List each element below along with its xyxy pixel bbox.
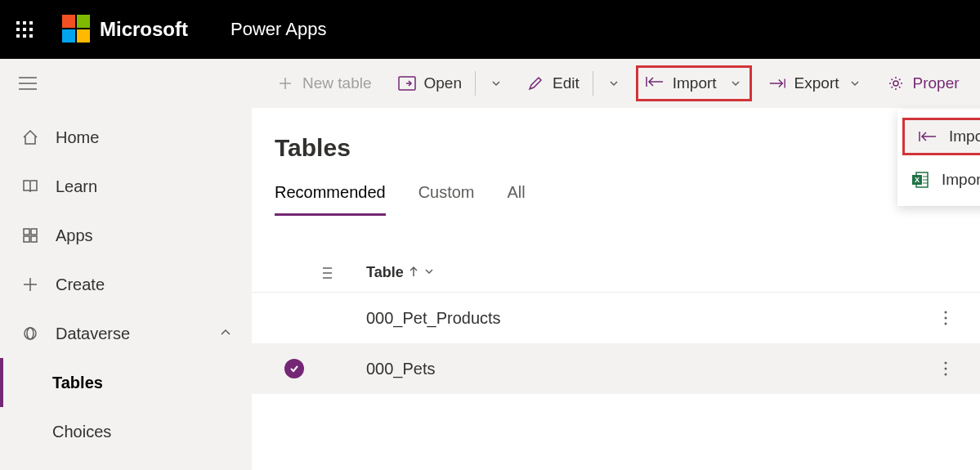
more-icon[interactable]: [936, 359, 955, 378]
table-row[interactable]: 000_Pets: [252, 343, 980, 394]
svg-rect-7: [23, 34, 26, 38]
command-bar: New table Open Edit Import: [252, 59, 980, 108]
separator: [475, 71, 476, 96]
apps-icon: [20, 225, 41, 246]
sidebar-item-label: Create: [56, 275, 105, 294]
table-row[interactable]: 000_Pet_Products: [252, 293, 980, 343]
chevron-down-icon: [728, 76, 743, 91]
import-icon: [645, 74, 665, 92]
tab-label: Custom: [418, 183, 475, 201]
brand-text: Microsoft: [100, 18, 188, 41]
svg-point-25: [893, 81, 898, 86]
menuitem-label: Import data: [949, 128, 980, 145]
sort-asc-icon: [409, 264, 418, 281]
sidebar-item-learn[interactable]: Learn: [0, 162, 252, 211]
excel-icon: X: [911, 170, 930, 190]
sidebar-subitem-label: Choices: [52, 423, 111, 441]
plus-icon: [20, 274, 41, 295]
svg-point-41: [945, 362, 947, 365]
chevron-up-icon: [219, 325, 232, 343]
hamburger-icon[interactable]: [5, 65, 51, 101]
chevron-down-icon: [423, 264, 435, 281]
import-data-menuitem[interactable]: Import data: [902, 118, 980, 155]
import-button-highlighted[interactable]: Import: [636, 65, 752, 101]
sidebar-subitem-label: Tables: [52, 374, 103, 392]
button-label: Proper: [913, 74, 960, 92]
svg-rect-8: [29, 34, 33, 38]
dataverse-icon: [20, 323, 41, 344]
row-selected-icon[interactable]: [284, 359, 304, 378]
sidebar-item-label: Learn: [56, 177, 97, 196]
sidebar-item-dataverse[interactable]: Dataverse: [0, 309, 252, 358]
tab-custom[interactable]: Custom: [418, 183, 475, 216]
sidebar-item-home[interactable]: Home: [0, 113, 252, 162]
learn-icon: [20, 176, 41, 197]
new-table-button[interactable]: New table: [268, 67, 380, 100]
open-chevron[interactable]: [481, 67, 512, 100]
tab-label: Recommended: [275, 183, 386, 201]
more-icon[interactable]: [936, 308, 955, 328]
page-title: Tables: [275, 134, 980, 162]
button-label: New table: [302, 74, 372, 92]
svg-rect-10: [77, 15, 90, 28]
cell-table-name: 000_Pet_Products: [366, 309, 501, 328]
cell-table-name: 000_Pets: [366, 360, 436, 378]
home-icon: [20, 127, 41, 148]
button-label: Import: [673, 74, 717, 92]
export-button[interactable]: Export: [760, 67, 870, 100]
chevron-down-icon: [606, 76, 621, 91]
app-header: Microsoft Power Apps: [0, 0, 980, 59]
content-card: Tables Recommended Custom All Table 000_…: [252, 108, 980, 470]
column-header-row: Table: [252, 253, 980, 293]
tab-label: All: [508, 183, 526, 201]
svg-point-40: [945, 323, 947, 325]
import-dropdown: Import data X Import data from Excel: [897, 110, 980, 206]
open-button[interactable]: Open: [390, 67, 470, 100]
sidebar-subitem-choices[interactable]: Choices: [0, 407, 252, 456]
edit-icon: [526, 74, 544, 92]
app-name: Power Apps: [230, 19, 326, 40]
button-label: Edit: [553, 74, 579, 92]
app-launcher-icon[interactable]: [10, 15, 39, 44]
svg-rect-2: [29, 21, 33, 25]
tab-recommended[interactable]: Recommended: [275, 183, 386, 216]
plus-icon: [276, 74, 294, 92]
svg-rect-19: [31, 236, 37, 242]
list-icon[interactable]: [317, 264, 335, 282]
sidebar-item-label: Home: [56, 128, 99, 147]
brand: Microsoft: [62, 15, 188, 44]
svg-rect-17: [31, 229, 37, 235]
menuitem-label: Import data from Excel: [942, 171, 980, 189]
svg-point-43: [945, 374, 947, 376]
sidebar-subitem-tables[interactable]: Tables: [0, 358, 252, 407]
column-label: Table: [366, 264, 404, 281]
button-label: Open: [424, 74, 462, 92]
properties-button[interactable]: Proper: [879, 67, 968, 100]
svg-point-42: [945, 368, 947, 370]
edit-chevron[interactable]: [598, 67, 629, 100]
svg-rect-5: [29, 28, 33, 31]
sidebar: Home Learn Apps Create Dataverse Tables …: [0, 59, 252, 470]
svg-point-38: [945, 311, 947, 314]
sidebar-item-create[interactable]: Create: [0, 260, 252, 309]
svg-rect-18: [24, 236, 29, 242]
button-label: Export: [794, 74, 839, 92]
svg-rect-12: [77, 29, 90, 43]
svg-rect-1: [23, 21, 26, 25]
microsoft-logo-icon: [62, 15, 92, 44]
svg-rect-6: [16, 34, 20, 38]
tab-list: Recommended Custom All: [275, 183, 980, 216]
column-header-table[interactable]: Table: [366, 264, 435, 281]
svg-point-39: [945, 317, 947, 320]
edit-button[interactable]: Edit: [518, 67, 588, 100]
tab-all[interactable]: All: [508, 183, 526, 216]
gear-icon: [887, 74, 905, 92]
import-icon: [918, 127, 937, 146]
svg-rect-3: [16, 28, 20, 31]
sidebar-item-label: Dataverse: [56, 325, 130, 343]
main-area: New table Open Edit Import: [252, 59, 980, 470]
sidebar-item-apps[interactable]: Apps: [0, 211, 252, 260]
import-excel-menuitem[interactable]: X Import data from Excel: [897, 159, 980, 201]
sidebar-item-label: Apps: [56, 226, 93, 245]
svg-rect-0: [16, 21, 20, 25]
